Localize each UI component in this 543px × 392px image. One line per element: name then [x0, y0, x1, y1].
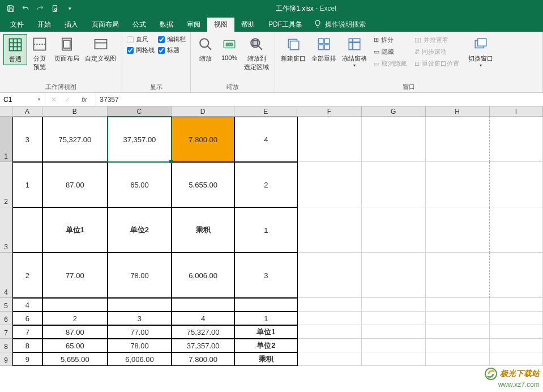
cell[interactable] [490, 162, 543, 207]
cell[interactable]: 65.00 [108, 162, 172, 207]
row-header[interactable]: 3 [0, 207, 12, 253]
cell[interactable]: 1 [234, 207, 297, 253]
chevron-down-icon[interactable]: ▼ [37, 97, 41, 102]
cell[interactable] [426, 298, 490, 312]
gridlines-checkbox[interactable]: 网格线 [127, 46, 155, 54]
cell[interactable]: 6,006.00 [172, 253, 234, 298]
cell[interactable]: 3 [234, 253, 297, 298]
cell[interactable] [490, 312, 543, 325]
column-header-H[interactable]: H [426, 106, 490, 117]
column-header-F[interactable]: F [297, 106, 361, 117]
view-pagelayout-button[interactable]: 页面布局 [52, 34, 82, 64]
redo-icon[interactable] [34, 2, 46, 15]
arrange-all-button[interactable]: 全部重排 [309, 34, 339, 64]
cell[interactable]: 6,006.00 [108, 352, 172, 366]
column-header-E[interactable]: E [234, 106, 297, 117]
fx-icon[interactable]: fx [78, 96, 90, 104]
cell[interactable]: 37,357.00 [172, 339, 234, 352]
cell[interactable] [12, 207, 42, 253]
print-preview-icon[interactable] [49, 2, 61, 15]
cell[interactable] [362, 339, 426, 352]
cell[interactable] [172, 298, 234, 312]
cell[interactable] [42, 298, 108, 312]
cell[interactable] [362, 312, 426, 325]
cell[interactable]: 2 [234, 162, 297, 207]
row-header[interactable]: 2 [0, 162, 12, 207]
menu-home[interactable]: 开始 [31, 18, 58, 32]
cell[interactable]: 7,800.00 [172, 117, 234, 162]
cell[interactable] [490, 339, 543, 352]
view-normal-button[interactable]: 普通 [3, 34, 27, 65]
menu-pdf[interactable]: PDF工具集 [262, 18, 309, 32]
cell[interactable] [490, 117, 543, 162]
cell[interactable] [426, 117, 490, 162]
cell[interactable] [490, 325, 543, 339]
cell[interactable] [298, 253, 362, 298]
cell[interactable]: 78.00 [108, 339, 172, 352]
cell[interactable] [426, 312, 490, 325]
cell[interactable]: 3 [108, 312, 172, 325]
cell[interactable]: 乘积 [172, 207, 234, 253]
cell[interactable] [362, 162, 426, 207]
menu-review[interactable]: 审阅 [180, 18, 207, 32]
cell[interactable]: 77.00 [108, 325, 172, 339]
confirm-icon[interactable]: ✓ [65, 96, 70, 104]
row-header[interactable]: 4 [0, 253, 12, 298]
cancel-icon[interactable]: ✕ [51, 96, 57, 104]
zoom-100-button[interactable]: 100 100% [218, 34, 241, 62]
menu-pagelayout[interactable]: 页面布局 [85, 18, 126, 32]
cell[interactable]: 8 [12, 339, 42, 352]
hide-button[interactable]: ▭隐藏 [374, 47, 407, 57]
cell[interactable]: 单位2 [234, 339, 297, 352]
column-header-I[interactable]: I [490, 106, 543, 117]
cell[interactable] [362, 207, 426, 253]
cell[interactable]: 3 [12, 117, 42, 162]
switch-window-button[interactable]: 切换窗口▾ [466, 34, 495, 69]
cell[interactable]: 75,327.00 [172, 325, 234, 339]
cell[interactable] [490, 253, 543, 298]
freeze-panes-button[interactable]: 冻结窗格▾ [340, 34, 369, 69]
cell[interactable]: 77.00 [42, 253, 108, 298]
cell[interactable] [298, 312, 362, 325]
ruler-checkbox[interactable]: 直尺 [127, 35, 155, 44]
cell[interactable]: 75,327.00 [42, 117, 108, 162]
cell[interactable] [362, 325, 426, 339]
cell-grid[interactable]: 375,327.0037,357.007,800.004187.0065.005… [12, 117, 543, 392]
cell[interactable] [108, 298, 172, 312]
cell[interactable]: 1 [234, 312, 297, 325]
zoom-button[interactable]: 缩放 [194, 34, 217, 64]
cell[interactable] [362, 298, 426, 312]
cell[interactable]: 5,655.00 [42, 352, 108, 366]
cell[interactable] [298, 339, 362, 352]
menu-view[interactable]: 视图 [207, 18, 234, 32]
menu-file[interactable]: 文件 [3, 18, 31, 32]
cell[interactable]: 37,357.00 [108, 117, 172, 162]
row-header[interactable]: 8 [0, 339, 12, 352]
cell[interactable]: 4 [172, 312, 234, 325]
cell[interactable] [362, 253, 426, 298]
zoom-selection-button[interactable]: 缩放到选定区域 [242, 34, 271, 73]
cell[interactable] [298, 298, 362, 312]
cell[interactable] [426, 339, 490, 352]
cell[interactable] [298, 117, 362, 162]
row-header[interactable]: 6 [0, 312, 12, 325]
formulabar-checkbox[interactable]: 编辑栏 [158, 35, 186, 44]
column-header-A[interactable]: A [12, 106, 42, 117]
cell[interactable] [234, 298, 297, 312]
menu-insert[interactable]: 插入 [58, 18, 85, 32]
cell[interactable]: 7 [12, 325, 42, 339]
cell[interactable]: 6 [12, 312, 42, 325]
cell[interactable] [426, 325, 490, 339]
qat-customize-icon[interactable]: ▾ [63, 2, 76, 15]
name-box[interactable]: C1 ▼ [0, 93, 45, 106]
menu-formulas[interactable]: 公式 [126, 18, 153, 32]
row-header[interactable]: 7 [0, 325, 12, 339]
headings-checkbox[interactable]: 标题 [158, 46, 186, 54]
cell[interactable] [298, 207, 362, 253]
column-header-D[interactable]: D [172, 106, 234, 117]
cell[interactable]: 单位2 [108, 207, 172, 253]
cell[interactable] [490, 298, 543, 312]
cell[interactable] [426, 162, 490, 207]
cell[interactable]: 65.00 [42, 339, 108, 352]
cell[interactable]: 87.00 [42, 162, 108, 207]
